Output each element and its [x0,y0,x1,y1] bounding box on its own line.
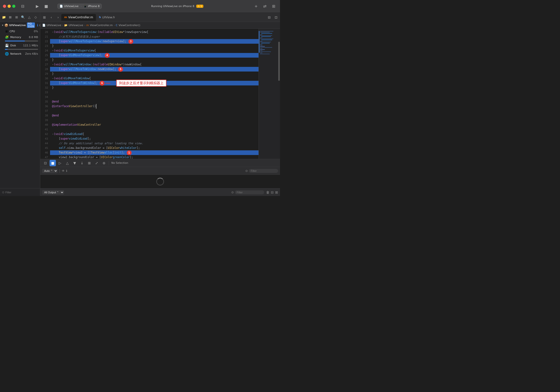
code-line: @end [50,113,259,118]
sidebar-item-disk[interactable]: 💾 Disk 122.1 MB/s [0,42,40,48]
code-line-22: [super willMoveToSuperview:newSuperview]… [50,39,259,44]
callout-text: 到这步之后才显示到模拟器上 [116,80,166,87]
diamond-icon[interactable]: ◇ [33,14,39,20]
sidebar-toolbar: 📁 ⊠ ⊞ 🔍 △ ◇ 🔵 ⌗ ◻ [0,13,40,22]
svg-rect-13 [260,44,262,44]
svg-rect-5 [260,35,272,36]
code-line [50,109,259,113]
annotation-1: 1 [127,150,132,155]
code-line [50,127,259,132]
console-toolbar: Auto ⌃ 👁 ℹ ⊙ [40,167,280,175]
step-down-btn[interactable]: ↓ [79,160,85,166]
all-output-select[interactable]: All Output ⌃ [42,190,64,195]
warning-badge[interactable]: ⚠ 1 [196,5,203,8]
sidebar-item-cpu[interactable]: 🖥 CPU 0% [0,28,40,34]
add-editor-button[interactable]: + [253,3,259,10]
network-value: Zero KB/s [25,52,38,55]
folder-icon[interactable]: 📁 [1,14,7,20]
code-line [50,90,259,95]
network-label: Network [10,52,21,55]
grid-tab-btn[interactable]: ⊞ [41,14,48,21]
queue-btn[interactable]: ⊜ [101,160,107,166]
code-line: view2.backgroundColor = [UIColor greenCo… [50,155,259,159]
warning-nav-icon[interactable]: ⊠ [7,14,13,20]
maximize-button[interactable] [12,5,15,8]
scrollbar[interactable] [278,29,280,159]
play-button[interactable]: ▶ [34,3,41,10]
svg-rect-2 [260,32,270,32]
stop-button[interactable]: ■ [43,3,50,10]
debug-btn[interactable]: ■ [50,160,56,166]
split-editor-btn[interactable]: ⊟ [266,14,272,20]
memory-icon: 🧩 [5,35,9,39]
disk-value: 122.1 MB/s [23,44,38,47]
code-line-46: TestView *view2 = [[TestView alloc]init]… [50,150,259,155]
search-nav-icon[interactable]: 🔍 [20,14,26,20]
svg-rect-11 [260,42,271,42]
sidebar-filter: ⊙ ☰ ⊞ + [0,188,40,196]
scroll-thumb[interactable] [278,42,280,81]
code-line: } [50,44,259,48]
simulate-btn[interactable]: ⊞ [86,160,93,166]
split-console-btn[interactable]: ⊟ [271,190,274,194]
annotation-5: 5 [118,67,123,72]
expand-console-btn[interactable]: ⊠ [275,190,278,194]
console-filter-input[interactable] [249,169,278,173]
tab-bar: ⊞ ‹ › m ViewController.m h UIView.h ⊟ ⊡ [40,13,280,22]
process-header[interactable]: ▾ 📦 UIViewLive PID 5509 ℹ ⊙ [0,22,40,28]
code-line-36: @interface ViewController ()| [50,104,259,109]
sidebar-filter-input[interactable] [5,191,39,194]
breadcrumb-group[interactable]: UIViewLive [69,24,83,27]
layout-button[interactable]: ⊞ [270,3,277,10]
trash-icon[interactable]: 🗑 [266,190,270,194]
breadcrumb-project[interactable]: UIViewLive [47,24,61,27]
code-line: - (void)viewDidLoad { [50,132,259,136]
memory-label: Memory [10,36,21,39]
code-content: - (void)willMoveToSuperview:(nullable UI… [50,29,259,159]
breadcrumb-file[interactable]: ViewController.m [90,24,113,27]
disk-icon: 💾 [5,44,9,47]
tab-viewcontroller-m[interactable]: m ViewController.m [61,14,96,21]
issue-icon[interactable]: △ [26,14,32,20]
annotation-6: 6 [100,81,104,86]
annotation-4: 4 [105,53,110,58]
svg-rect-14 [260,45,262,46]
breadcrumb: 📄 UIViewLive › 📂 UIViewLive › m ViewCont… [40,22,280,29]
sidebar-item-memory[interactable]: 🧩 Memory 8.8 MB [0,34,40,40]
no-selection-label: No Selection [111,161,128,165]
svg-rect-12 [261,43,270,43]
tab-uiview-h[interactable]: h UIView.h [96,14,117,21]
auto-select[interactable]: Auto ⌃ [42,169,58,173]
svg-rect-3 [261,33,272,34]
svg-rect-23 [259,31,259,53]
inspector-btn[interactable]: ⊡ [273,14,279,20]
sidebar-toggle-button[interactable]: ⊟ [19,3,26,10]
console: Auto ⌃ 👁 ℹ ⊙ All Output ⌃ [40,167,280,196]
step-over-btn[interactable]: ▷ [57,160,63,166]
minimize-button[interactable] [8,5,11,8]
frame-debug-btn[interactable]: ⊡ [42,160,49,166]
close-button[interactable] [3,5,6,8]
editor-nav-button[interactable]: ⇄ [261,3,268,10]
console-info-icon[interactable]: ℹ [66,169,67,173]
code-line: - (void)willMoveToSuperview:(nullable UI… [50,30,259,34]
step-out-btn[interactable]: ▼ [72,160,78,166]
step-in-btn[interactable]: △ [64,160,71,166]
sidebar-item-network[interactable]: 🌐 Network Zero KB/s [0,51,40,57]
back-tab-btn[interactable]: ‹ [48,14,54,21]
console-filter-icon: ⊙ [245,169,248,173]
traffic-lights [3,5,15,8]
scheme-selector[interactable]: 📄 UIViewLive › 📱 iPhone 8 [57,4,102,9]
disk-label: Disk [10,44,16,47]
breadcrumb-symbol[interactable]: ViewController() [119,24,140,27]
minimap [259,29,278,159]
console-bottom-filter-icon: ⊙ [231,191,234,194]
sidebar: 📁 ⊠ ⊞ 🔍 △ ◇ 🔵 ⌗ ◻ ▾ 📦 UIViewLive PID 550… [0,13,40,196]
thread-btn[interactable]: ⤢ [93,160,100,166]
svg-rect-22 [260,54,270,54]
console-bottom-filter-input[interactable] [235,190,264,194]
grid-icon[interactable]: ⊞ [14,14,20,20]
forward-tab-btn[interactable]: › [55,14,61,21]
code-line: } [50,58,259,62]
svg-rect-10 [260,41,262,41]
